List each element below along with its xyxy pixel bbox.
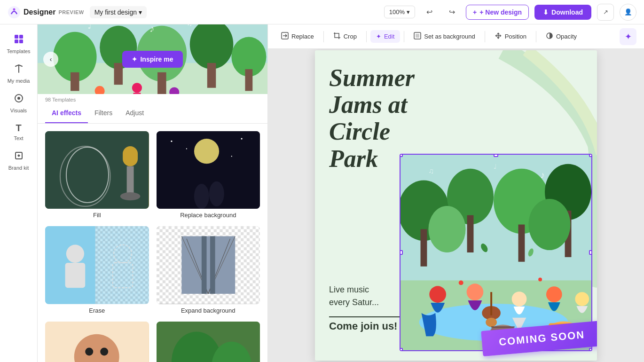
- tab-filters[interactable]: Filters: [88, 103, 119, 123]
- redo-button[interactable]: ↪: [443, 4, 460, 21]
- opacity-icon: [546, 32, 553, 41]
- effect-thumb-replace-bg[interactable]: ✦ Coming soon Supermoon in the night sky: [157, 131, 260, 209]
- svg-point-37: [194, 184, 209, 209]
- sidebar-item-templates[interactable]: Templates: [3, 30, 35, 58]
- effect-item-try2: Try it out: [157, 322, 260, 362]
- try2-illustration: [157, 322, 260, 362]
- preview-overlay: ‹ ✦ Inspire me: [38, 24, 267, 94]
- panel-preview: ♪ ♫ ♩ ‹ ✦ Inspire me: [38, 24, 267, 94]
- sidebar: Templates My media Visuals T Text Brand …: [0, 24, 38, 362]
- effect-label-erase: Erase: [45, 307, 149, 314]
- resize-handle-tm[interactable]: [494, 154, 498, 157]
- sparkle-icon: ✦: [132, 55, 137, 63]
- svg-point-112: [538, 277, 542, 281]
- svg-point-31: [60, 146, 110, 206]
- edit-button[interactable]: ✦ Edit: [370, 30, 400, 43]
- undo-button[interactable]: ↩: [421, 4, 438, 21]
- main-area: Templates My media Visuals T Text Brand …: [0, 24, 644, 362]
- svg-rect-88: [518, 225, 525, 262]
- effect-thumb-fill[interactable]: ✦ Coming soon Floor lamp, interior light…: [45, 131, 149, 209]
- svg-rect-65: [210, 236, 215, 294]
- download-button[interactable]: ⬇ Download: [534, 5, 591, 20]
- effect-label-replace-bg: Replace background: [157, 212, 260, 219]
- effect-thumb-expand-bg[interactable]: ✦ Coming soon: [157, 226, 260, 304]
- fill-illustration: [45, 131, 149, 209]
- svg-point-98: [429, 286, 446, 303]
- my-media-icon: [14, 63, 24, 76]
- resize-handle-ml[interactable]: [400, 250, 403, 255]
- resize-handle-tl[interactable]: [400, 154, 403, 157]
- svg-rect-4: [15, 39, 18, 43]
- canvas-scroll[interactable]: SummerJams atCirclePark Live musicevery …: [268, 49, 644, 362]
- effect-label-fill: Fill: [45, 212, 149, 219]
- svg-point-7: [17, 97, 20, 100]
- toolbar-divider-3: [404, 31, 404, 42]
- share-button[interactable]: ↗: [597, 4, 614, 21]
- sidebar-item-visuals[interactable]: Visuals: [3, 89, 35, 117]
- canvas-cta: Come join us!: [329, 320, 397, 332]
- replace-button[interactable]: Replace: [275, 29, 320, 44]
- svg-rect-50: [65, 263, 86, 288]
- svg-rect-64: [201, 236, 206, 294]
- logo-area: Designer PREVIEW: [8, 6, 84, 19]
- effect-item-expand-bg: ✦ Coming soon: [157, 226, 260, 314]
- svg-text:♪: ♪: [540, 170, 545, 180]
- my-media-label: My media: [8, 78, 30, 84]
- svg-rect-2: [15, 35, 18, 39]
- tab-ai-effects[interactable]: AI effects: [45, 103, 88, 123]
- resize-handle-bl[interactable]: [400, 348, 403, 351]
- ai-sparkle-button[interactable]: ✦: [620, 28, 636, 45]
- canvas-subtitle: Live musicevery Satur...: [329, 283, 379, 309]
- resize-handle-tr[interactable]: [589, 154, 592, 157]
- svg-point-49: [66, 245, 84, 263]
- svg-rect-44: [95, 227, 149, 304]
- user-icon: 👤: [624, 8, 632, 16]
- svg-point-34: [120, 192, 141, 200]
- svg-point-111: [459, 280, 463, 285]
- svg-point-105: [575, 292, 589, 306]
- sidebar-item-brand[interactable]: Brand kit: [3, 147, 35, 174]
- effect-thumb-try2[interactable]: Try it out: [157, 322, 260, 362]
- svg-point-68: [85, 347, 93, 355]
- svg-rect-32: [123, 146, 138, 166]
- svg-point-69: [100, 347, 108, 355]
- design-name-button[interactable]: My first design ▾: [90, 6, 147, 18]
- svg-point-36: [194, 139, 219, 164]
- sidebar-item-my-media[interactable]: My media: [3, 60, 35, 87]
- svg-point-39: [171, 141, 172, 142]
- svg-point-38: [209, 181, 224, 206]
- replace-icon: [281, 32, 289, 41]
- templates-icon: [14, 34, 24, 47]
- brand-icon: [14, 150, 24, 163]
- svg-rect-86: [467, 215, 474, 252]
- edit-sparkle-icon: ✦: [376, 33, 381, 40]
- resize-handle-mr[interactable]: [589, 250, 592, 255]
- sparkle-icon: ✦: [625, 31, 632, 42]
- visuals-label: Visuals: [10, 108, 27, 113]
- panel-tabs: AI effects Filters Adjust: [38, 103, 267, 124]
- erase-illustration: [45, 226, 149, 304]
- effect-label-expand-bg: Expand background: [157, 307, 260, 314]
- effect-thumb-erase[interactable]: ✦ Coming soon: [45, 226, 149, 304]
- user-button[interactable]: 👤: [620, 4, 636, 21]
- preview-back-button[interactable]: ‹: [43, 52, 58, 67]
- inspire-me-button[interactable]: ✦ Inspire me: [122, 51, 182, 68]
- tab-adjust[interactable]: Adjust: [119, 103, 150, 123]
- opacity-button[interactable]: Opacity: [540, 29, 582, 44]
- selected-image[interactable]: ↺: [400, 154, 592, 351]
- new-design-button[interactable]: + + New design: [466, 5, 529, 20]
- download-icon: ⬇: [543, 8, 549, 16]
- toolbar-divider-2: [366, 31, 367, 42]
- set-as-background-button[interactable]: Set as background: [408, 29, 480, 44]
- svg-rect-5: [19, 39, 23, 43]
- crop-button[interactable]: Crop: [328, 29, 362, 44]
- chevron-down-icon: ▾: [139, 8, 142, 16]
- share-icon: ↗: [603, 8, 608, 16]
- zoom-button[interactable]: 100% ▾: [384, 6, 415, 18]
- effect-item-fill: ✦ Coming soon Floor lamp, interior light…: [45, 131, 149, 219]
- effect-thumb-try1[interactable]: Try it out: [45, 322, 149, 362]
- svg-point-41: [241, 138, 242, 140]
- sidebar-item-text[interactable]: T Text: [3, 119, 35, 145]
- svg-point-99: [467, 283, 484, 300]
- position-button[interactable]: Position: [489, 29, 532, 44]
